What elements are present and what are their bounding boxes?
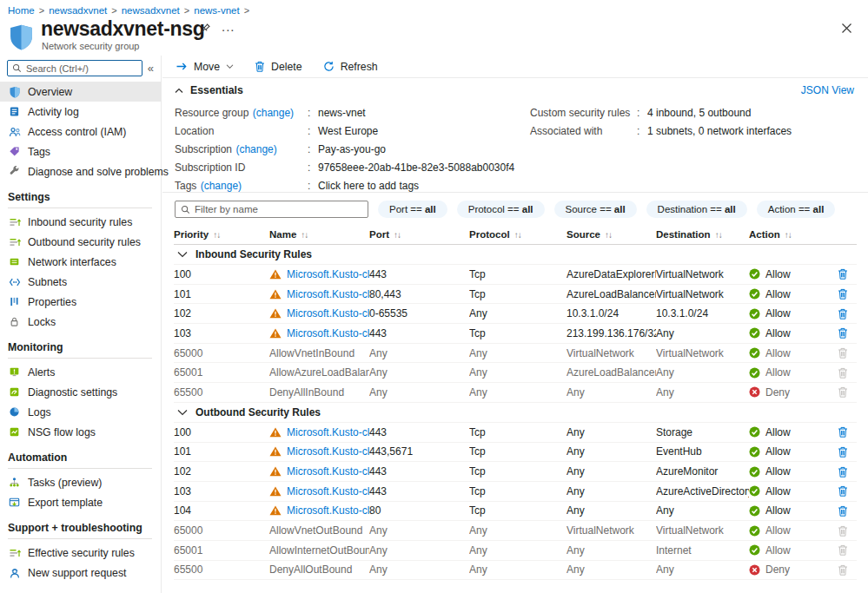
rule-name-link[interactable]: Microsoft.Kusto-cl...	[287, 485, 369, 497]
rule-row-outbound-65500[interactable]: 65500DenyAllOutBoundAnyAnyAnyAnyDeny	[174, 561, 857, 581]
rule-row-outbound-102[interactable]: 102Microsoft.Kusto-cl...443TcpAnyAzureMo…	[174, 462, 857, 482]
sidebar-item-properties[interactable]: Properties	[0, 292, 161, 312]
breadcrumb-link-home[interactable]: Home	[8, 5, 35, 16]
sidebar-item-tags[interactable]: Tags	[0, 142, 161, 161]
rule-name-link[interactable]: Microsoft.Kusto-cl...	[287, 504, 369, 517]
refresh-button[interactable]: Refresh	[323, 61, 378, 73]
rule-name-link[interactable]: Microsoft.Kusto-cl...	[287, 426, 369, 438]
sidebar-item-network-interfaces[interactable]: Network interfaces	[0, 252, 161, 272]
resource-group-link[interactable]: news-vnet	[318, 107, 366, 119]
collapse-sidebar-button[interactable]: «	[148, 62, 156, 75]
sidebar-item-diagnose-and-solve-problems[interactable]: Diagnose and solve problems	[0, 161, 161, 181]
rule-row-inbound-65000[interactable]: 65000AllowVnetInBoundAnyAnyVirtualNetwor…	[174, 344, 857, 364]
essentials-toggle[interactable]: Essentials	[175, 84, 243, 96]
filter-pill-action[interactable]: Action == all	[757, 201, 836, 218]
rule-row-inbound-103[interactable]: 103Microsoft.Kusto-cl...443Tcp213.199.13…	[174, 324, 857, 344]
rule-name-link[interactable]: Microsoft.Kusto-cl...	[287, 465, 369, 478]
add-tags-link[interactable]: Click here to add tags	[318, 180, 419, 192]
column-header-port[interactable]: Port↑↓	[369, 229, 469, 240]
more-options-icon[interactable]: ...	[222, 19, 235, 34]
rule-row-inbound-101[interactable]: 101Microsoft.Kusto-cl...80,443TcpAzureLo…	[174, 285, 857, 305]
rule-name-link[interactable]: Microsoft.Kusto-cl...	[287, 307, 369, 320]
breadcrumb-link-newsadxvnet[interactable]: newsadxvnet	[122, 5, 180, 16]
rule-action: Allow	[749, 445, 831, 458]
delete-rule-icon[interactable]	[831, 485, 857, 497]
sidebar-item-locks[interactable]: Locks	[0, 312, 161, 332]
rule-destination: Any	[656, 563, 749, 576]
column-header-priority[interactable]: Priority↑↓	[174, 229, 269, 240]
close-icon[interactable]	[841, 23, 852, 34]
filter-pill-port[interactable]: Port == all	[378, 201, 447, 218]
sidebar-item-logs[interactable]: Logs	[0, 402, 161, 422]
column-header-name[interactable]: Name↑↓	[269, 229, 369, 240]
group-header-outbound-security-rules[interactable]: Outbound Security Rules	[174, 403, 857, 423]
rule-row-outbound-103[interactable]: 103Microsoft.Kusto-cl...443TcpAnyAzureAc…	[174, 482, 857, 502]
rule-port: Any	[369, 563, 469, 576]
delete-rule-icon[interactable]	[831, 466, 857, 478]
search-input[interactable]	[26, 63, 137, 74]
column-header-protocol[interactable]: Protocol↑↓	[469, 229, 567, 240]
filter-pill-destination[interactable]: Destination == all	[646, 201, 747, 218]
rule-source: AzureLoadBalancer	[567, 366, 656, 379]
command-bar: Move Delete Refresh	[162, 56, 868, 77]
delete-rule-icon[interactable]	[831, 446, 857, 458]
rule-row-inbound-102[interactable]: 102Microsoft.Kusto-cl...0-65535Any10.3.1…	[174, 304, 857, 324]
filter-pill-source[interactable]: Source == all	[554, 201, 637, 218]
column-header-action[interactable]: Action↑↓	[749, 229, 831, 240]
delete-button[interactable]: Delete	[255, 61, 302, 73]
rule-row-outbound-104[interactable]: 104Microsoft.Kusto-cl...80TcpAnyAnyAllow	[174, 502, 857, 522]
subscription-change-link[interactable]: (change)	[235, 143, 276, 155]
sidebar-item-new-support-request[interactable]: New support request	[0, 563, 161, 583]
breadcrumb-link-newsadxvnet[interactable]: newsadxvnet	[49, 5, 107, 16]
filter-pill-protocol[interactable]: Protocol == all	[457, 201, 545, 218]
breadcrumb-separator: >	[35, 5, 49, 16]
rule-name-link[interactable]: Microsoft.Kusto-cl...	[287, 268, 369, 280]
json-view-link[interactable]: JSON View	[801, 84, 854, 96]
rule-row-inbound-65500[interactable]: 65500DenyAllInBoundAnyAnyAnyAnyDeny	[174, 383, 857, 403]
breadcrumb-link-news-vnet[interactable]: news-vnet	[194, 5, 239, 16]
move-button[interactable]: Move	[176, 61, 234, 73]
rule-name-link[interactable]: Microsoft.Kusto-cl...	[287, 327, 369, 339]
delete-rule-icon[interactable]	[831, 288, 857, 300]
resource-group-change-link[interactable]: (change)	[253, 107, 294, 119]
rule-row-inbound-65001[interactable]: 65001AllowAzureLoadBalanc...AnyAnyAzureL…	[174, 363, 857, 383]
rule-row-outbound-101[interactable]: 101Microsoft.Kusto-cl...443,5671TcpAnyEv…	[174, 443, 857, 463]
sidebar-item-alerts[interactable]: Alerts	[0, 362, 161, 382]
warning-icon	[269, 466, 282, 477]
delete-rule-icon[interactable]	[831, 308, 857, 320]
sidebar-item-subnets[interactable]: Subnets	[0, 272, 161, 292]
delete-rule-icon[interactable]	[831, 327, 857, 339]
rule-row-outbound-100[interactable]: 100Microsoft.Kusto-cl...443TcpAnyStorage…	[174, 423, 857, 443]
sidebar-item-export-template[interactable]: Export template	[0, 492, 161, 512]
filter-by-name-input[interactable]	[195, 204, 362, 214]
rule-name-link[interactable]: Microsoft.Kusto-cl...	[287, 445, 369, 458]
rule-row-outbound-65001[interactable]: 65001AllowInternetOutBoundAnyAnyAnyInter…	[174, 541, 857, 561]
delete-rule-icon[interactable]	[831, 268, 857, 280]
delete-rule-icon	[831, 347, 857, 359]
sidebar-item-diagnostic-settings[interactable]: Diagnostic settings	[0, 382, 161, 402]
sidebar-item-overview[interactable]: Overview	[0, 82, 161, 102]
rule-name-link[interactable]: Microsoft.Kusto-cl...	[287, 288, 369, 300]
sidebar-item-access-control-iam[interactable]: Access control (IAM)	[0, 122, 161, 142]
delete-rule-icon[interactable]	[831, 426, 857, 438]
delete-rule-icon[interactable]	[831, 505, 857, 517]
rule-row-inbound-100[interactable]: 100Microsoft.Kusto-cl...443TcpAzureDataE…	[174, 265, 857, 285]
pin-icon[interactable]	[198, 23, 211, 36]
rule-row-outbound-65000[interactable]: 65000AllowVnetOutBoundAnyAnyVirtualNetwo…	[174, 521, 857, 541]
sidebar-item-activity-log[interactable]: Activity log	[0, 102, 161, 122]
tags-change-link[interactable]: (change)	[201, 180, 242, 192]
sidebar-item-tasks-preview[interactable]: Tasks (preview)	[0, 472, 161, 492]
column-header-destination[interactable]: Destination↑↓	[656, 229, 749, 240]
subscription-link[interactable]: Pay-as-you-go	[318, 143, 386, 155]
sidebar-item-outbound-security-rules[interactable]: Outbound security rules	[0, 232, 161, 252]
rule-action: Allow	[749, 524, 831, 537]
column-header-source[interactable]: Source↑↓	[567, 229, 656, 240]
rule-name: Microsoft.Kusto-cl...	[269, 426, 369, 438]
sidebar-item-nsg-flow-logs[interactable]: NSG flow logs	[0, 422, 161, 442]
group-header-inbound-security-rules[interactable]: Inbound Security Rules	[174, 245, 857, 265]
refresh-icon	[323, 61, 335, 72]
sidebar-search[interactable]	[7, 60, 142, 76]
filter-by-name[interactable]	[175, 201, 368, 218]
sidebar-item-effective-security-rules[interactable]: Effective security rules	[0, 543, 161, 563]
sidebar-item-inbound-security-rules[interactable]: Inbound security rules	[0, 212, 161, 232]
